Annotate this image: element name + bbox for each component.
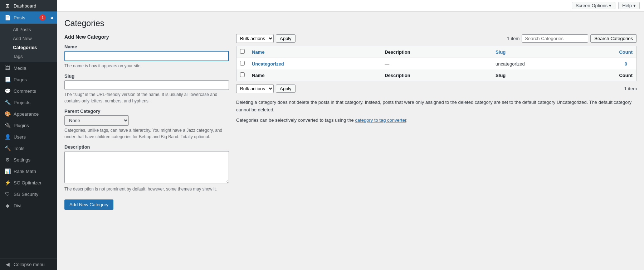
sidebar-item-sg-optimizer[interactable]: ⚡ SG Optimizer [0,177,57,188]
apply-button-top[interactable]: Apply [276,34,296,43]
table-body: Uncategorized — uncategorized 0 [236,58,637,70]
bulk-actions-select-bottom[interactable]: Bulk actions Delete [236,84,274,93]
sidebar-item-plugins[interactable]: 🔌 Plugins [0,120,57,131]
topbar: Screen Options ▾ Help ▾ [57,0,644,11]
sidebar-item-label: Tools [14,146,24,151]
description-textarea[interactable] [64,151,229,183]
projects-icon: 🔧 [4,100,11,105]
row-count-link[interactable]: 0 [625,61,627,67]
dashboard-icon: ⊞ [4,3,11,9]
row-checkbox[interactable] [240,61,245,66]
sidebar-item-pages[interactable]: 📃 Pages [0,74,57,85]
description-field: Description The description is not promi… [64,144,229,192]
sidebar-item-dashboard[interactable]: ⊞ Dashboard [0,0,57,11]
name-column-header[interactable]: Name [248,46,381,58]
sidebar-item-label: Media [14,66,26,71]
toolbar-right: 1 item Search Categories [507,34,637,43]
slug-column-footer: Slug [492,69,615,81]
sidebar-item-settings[interactable]: ⚙ Settings [0,154,57,165]
comments-icon: 💬 [4,88,11,94]
posts-badge: 1 [39,14,46,21]
row-name-link[interactable]: Uncategorized [252,61,284,67]
search-categories-button[interactable]: Search Categories [590,34,637,43]
info-paragraph-1: Deleting a category does not delete the … [236,99,637,114]
settings-icon: ⚙ [4,157,11,163]
name-hint: The name is how it appears on your site. [64,63,229,69]
name-input[interactable] [64,51,229,61]
item-count-bottom: 1 item [624,86,637,91]
screen-options-chevron-icon: ▾ [609,3,611,8]
sidebar-sub-add-new[interactable]: Add New [0,34,57,43]
sidebar-item-rank-math[interactable]: 📊 Rank Math [0,165,57,177]
table-area: Bulk actions Delete Apply 1 item Search … [236,34,637,124]
slug-input[interactable] [64,80,229,90]
sidebar-sub-tags[interactable]: Tags [0,52,57,61]
sg-optimizer-icon: ⚡ [4,180,11,185]
row-name-cell: Uncategorized [248,58,381,70]
select-all-checkbox[interactable] [240,49,245,54]
posts-submenu: All Posts Add New Categories Tags [0,24,57,62]
collapse-menu-icon: ◀ [4,261,11,267]
content-area: Categories Add New Category Name The nam… [57,11,644,270]
table-header-row: Name Description Slug Count [236,46,637,58]
count-column-header[interactable]: Count [615,46,637,58]
users-icon: 👤 [4,134,11,140]
content-layout: Add New Category Name The name is how it… [64,34,637,210]
help-chevron-icon: ▾ [633,3,636,8]
row-count-cell: 0 [615,58,637,70]
row-slug-cell: uncategorized [492,58,615,70]
sidebar-item-label: Plugins [14,123,29,128]
sidebar-collapse-button[interactable]: ◀ Collapse menu [0,258,57,270]
sidebar-item-posts[interactable]: 📄 Posts 1 ◀ [0,11,57,24]
parent-hint: Categories, unlike tags, can have a hier… [64,127,229,140]
sidebar-item-label: Settings [14,157,30,163]
description-label: Description [64,144,229,150]
sidebar-item-label: Pages [14,77,27,82]
bottom-toolbar: Bulk actions Delete Apply 1 item [236,84,637,93]
sidebar-sub-all-posts[interactable]: All Posts [0,25,57,34]
info-paragraph-2: Categories can be selectively converted … [236,117,637,124]
sidebar-item-label: Users [14,134,26,140]
sidebar-item-label: Dashboard [14,3,36,9]
search-categories-input[interactable] [522,34,588,43]
sidebar-item-label: Rank Math [14,169,36,174]
main-area: Screen Options ▾ Help ▾ Categories Add N… [57,0,644,270]
select-all-footer-checkbox[interactable] [240,72,245,77]
count-column-footer: Count [615,69,637,81]
description-column-header: Description [381,46,492,58]
screen-options-button[interactable]: Screen Options ▾ [572,2,616,9]
name-sort-link[interactable]: Name [252,49,264,55]
sidebar: ⊞ Dashboard 📄 Posts 1 ◀ All Posts Add Ne… [0,0,57,270]
item-count-top: 1 item [507,36,519,41]
slug-field: Slug The "slug" is the URL-friendly vers… [64,73,229,104]
name-field: Name The name is how it appears on your … [64,44,229,69]
slug-label: Slug [64,73,229,79]
sidebar-item-media[interactable]: 🖼 Media [0,62,57,74]
slug-sort-link[interactable]: Slug [496,49,506,55]
apply-button-bottom[interactable]: Apply [276,85,296,93]
sidebar-item-appearance[interactable]: 🎨 Appearance [0,108,57,120]
parent-select[interactable]: None [64,115,129,126]
sidebar-item-comments[interactable]: 💬 Comments [0,85,57,97]
table-row: Uncategorized — uncategorized 0 [236,58,637,70]
sidebar-item-label: Comments [14,88,36,94]
bulk-actions-select-top[interactable]: Bulk actions Delete [236,34,274,43]
category-to-tag-converter-link[interactable]: category to tag converter [355,117,406,123]
sidebar-item-label: Appearance [14,111,39,117]
count-sort-link[interactable]: Count [619,49,633,55]
sidebar-item-label: Posts [14,15,25,20]
sidebar-item-projects[interactable]: 🔧 Projects [0,97,57,108]
sidebar-sub-categories[interactable]: Categories [0,43,57,52]
sidebar-item-users[interactable]: 👤 Users [0,131,57,143]
help-button[interactable]: Help ▾ [618,2,640,9]
parent-label: Parent Category [64,109,229,114]
slug-column-header[interactable]: Slug [492,46,615,58]
row-description-cell: — [381,58,492,70]
parent-category-field: Parent Category None Categories, unlike … [64,109,229,140]
sidebar-item-divi[interactable]: ◆ Divi [0,200,57,211]
add-new-category-button[interactable]: Add New Category [64,199,113,210]
sidebar-item-label: Projects [14,100,30,105]
sidebar-item-tools[interactable]: 🔨 Tools [0,143,57,154]
sidebar-item-sg-security[interactable]: 🛡 SG Security [0,188,57,200]
sidebar-item-label: Divi [14,203,21,208]
